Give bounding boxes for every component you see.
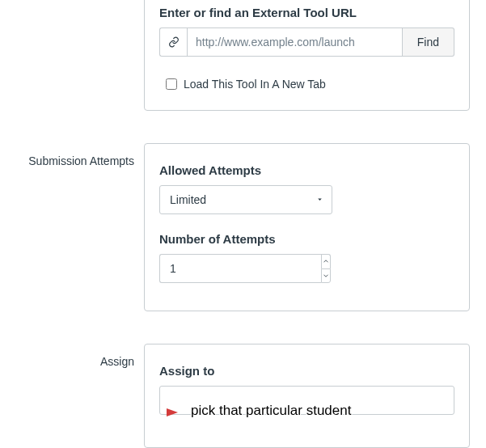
external-tool-url-input[interactable]	[187, 27, 403, 57]
new-tab-checkbox[interactable]	[166, 78, 177, 90]
submission-attempts-panel: Allowed Attempts Limited Number of Attem…	[144, 143, 470, 311]
attempts-decrement-button[interactable]	[321, 268, 331, 284]
chevron-up-icon	[322, 257, 330, 265]
allowed-attempts-select[interactable]: Limited	[159, 185, 332, 214]
link-icon	[159, 27, 187, 57]
attempts-increment-button[interactable]	[321, 254, 331, 268]
external-tool-url-label: Enter or find an External Tool URL	[159, 6, 454, 19]
assign-row-label: Assign	[0, 344, 144, 368]
external-tool-panel: External Tool Options Enter or find an E…	[144, 0, 470, 111]
submission-attempts-row-label: Submission Attempts	[0, 143, 144, 167]
assign-to-label: Assign to	[159, 364, 454, 378]
assign-to-input[interactable]	[159, 386, 454, 415]
find-button[interactable]: Find	[403, 27, 454, 57]
number-attempts-label: Number of Attempts	[159, 232, 454, 246]
number-attempts-input[interactable]	[159, 254, 321, 283]
chevron-down-icon	[322, 272, 330, 280]
new-tab-label: Load This Tool In A New Tab	[184, 78, 326, 91]
assign-panel: Assign to	[144, 344, 470, 448]
allowed-attempts-label: Allowed Attempts	[159, 163, 454, 177]
